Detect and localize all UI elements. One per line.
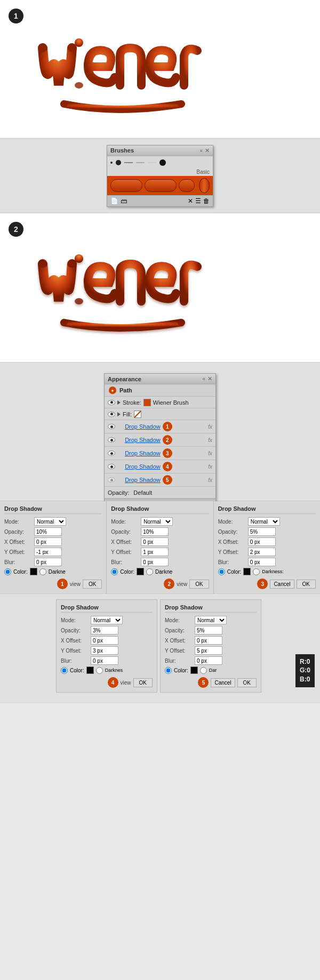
stroke-row: Stroke: Wiener Brush xyxy=(105,397,215,408)
ds1-title: Drop Shadow xyxy=(4,505,102,514)
effect4-visibility-icon[interactable] xyxy=(108,464,115,469)
ds1-opacity-input[interactable] xyxy=(34,527,62,536)
ds1-mode-select[interactable]: Normal xyxy=(34,517,66,526)
brush-trash-icon[interactable]: 🗑 xyxy=(203,197,210,205)
ds3-blur-input[interactable] xyxy=(248,558,276,566)
ds2-blur-input[interactable] xyxy=(141,558,169,566)
brush-new-icon[interactable]: 📄 xyxy=(110,197,118,205)
ds5-color-swatch[interactable] xyxy=(190,666,198,674)
stroke-expand-icon[interactable] xyxy=(117,400,121,405)
effect4-spacer xyxy=(119,463,123,470)
panel-collapse-icon[interactable]: « xyxy=(199,148,203,154)
ds5-color-radio[interactable] xyxy=(165,667,172,674)
ds3-ok-button[interactable]: OK xyxy=(297,580,316,589)
brush-space[interactable] xyxy=(148,162,156,163)
effect3-link[interactable]: Drop Shadow xyxy=(125,450,161,456)
brush-lib-icon[interactable]: 🗃 xyxy=(121,197,127,205)
effect3-visibility-icon[interactable] xyxy=(108,451,115,456)
ds1-color-label: Color: xyxy=(13,569,28,575)
fill-visibility-icon[interactable] xyxy=(108,412,115,417)
effect2-visibility-icon[interactable] xyxy=(108,437,115,443)
effect5-link[interactable]: Drop Shadow xyxy=(125,477,161,483)
path-row: ● Path xyxy=(105,384,215,397)
ds1-blur-input[interactable] xyxy=(34,558,62,566)
ds1-color-radio[interactable] xyxy=(4,568,11,575)
ds5-ok-button[interactable]: OK xyxy=(237,678,257,687)
effect4-link[interactable]: Drop Shadow xyxy=(125,463,161,470)
ds4-ok-button[interactable]: OK xyxy=(133,678,153,687)
brush-delete-icon[interactable]: ✕ xyxy=(188,197,193,205)
ds3-x-input[interactable] xyxy=(248,537,276,546)
brush-tilde[interactable] xyxy=(136,162,145,163)
ds2-y-label: Y Offset: xyxy=(111,549,139,555)
effect2-fx: fx xyxy=(208,437,212,443)
ds4-color-swatch[interactable] xyxy=(86,666,94,674)
ds5-dark-radio[interactable] xyxy=(200,667,207,674)
ds5-y-input[interactable] xyxy=(195,646,222,655)
ds2-mode-select[interactable]: Normal xyxy=(141,517,173,526)
ds3-x-label: X Offset: xyxy=(218,539,246,545)
brush-dot-md[interactable] xyxy=(116,160,121,165)
brushes-footer: 📄 🗃 ✕ ☰ 🗑 xyxy=(107,195,213,206)
ds1-dark-radio[interactable] xyxy=(39,568,46,575)
appearance-close-icon[interactable]: ✕ xyxy=(207,375,212,382)
ds5-blur-input[interactable] xyxy=(195,656,222,665)
ds3-opacity-input[interactable] xyxy=(248,527,276,536)
ds1-x-input[interactable] xyxy=(34,537,62,546)
ds5-opacity-input[interactable] xyxy=(195,626,222,634)
stroke-color-swatch[interactable] xyxy=(143,399,151,406)
ds5-x-input[interactable] xyxy=(195,636,222,645)
ds2-y-input[interactable] xyxy=(141,548,169,556)
panel-close-icon[interactable]: ✕ xyxy=(205,147,210,154)
ds4-x-input[interactable] xyxy=(91,636,118,645)
appearance-collapse-icon[interactable]: « xyxy=(202,376,205,382)
ds1-y-input[interactable] xyxy=(34,548,62,556)
effect1-visibility-icon[interactable] xyxy=(108,424,115,429)
svg-point-8 xyxy=(67,260,77,268)
brush-dot-lg[interactable] xyxy=(159,159,166,166)
ds5-mode-select[interactable]: Normal xyxy=(195,616,227,624)
ds4-y-input[interactable] xyxy=(91,646,118,655)
effect-row-2: Drop Shadow 2 fx xyxy=(105,433,215,447)
effect2-link[interactable]: Drop Shadow xyxy=(125,437,161,443)
brushes-sausage-row[interactable] xyxy=(107,176,213,195)
ds1-ok-button[interactable]: OK xyxy=(83,580,102,589)
ds2-opacity-input[interactable] xyxy=(141,527,169,536)
wiener-canvas-1 xyxy=(0,0,320,138)
fill-expand-icon[interactable] xyxy=(117,412,121,416)
fill-color-swatch[interactable] xyxy=(134,411,141,418)
opacity-row: Opacity: Default xyxy=(105,487,215,499)
ds4-dark-radio[interactable] xyxy=(96,667,103,674)
svg-point-6 xyxy=(75,254,83,263)
ds4-title: Drop Shadow xyxy=(61,604,153,613)
path-icon: ● xyxy=(109,387,116,394)
brush-options-icon[interactable]: ☰ xyxy=(195,197,201,205)
ds3-mode-select[interactable]: Normal xyxy=(248,517,280,526)
ds1-color-swatch[interactable] xyxy=(30,568,37,575)
ds4-opacity-input[interactable] xyxy=(91,626,118,634)
effect1-link[interactable]: Drop Shadow xyxy=(125,423,161,430)
ds1-blur-label: Blur: xyxy=(4,559,32,565)
ds2-x-input[interactable] xyxy=(141,537,169,546)
appearance-panel[interactable]: Appearance « ✕ ● Path Stroke: Wiener Bru… xyxy=(104,373,216,510)
ds3-y-input[interactable] xyxy=(248,548,276,556)
ds3-color-swatch[interactable] xyxy=(243,568,251,575)
ds5-cancel-button[interactable]: Cancel xyxy=(211,678,235,687)
brush-dot-sm[interactable] xyxy=(110,162,113,164)
ds4-mode-select[interactable]: Normal xyxy=(91,616,123,624)
ds3-cancel-button[interactable]: Cancel xyxy=(270,580,294,589)
brush-dash[interactable] xyxy=(124,162,133,163)
wiener-svg-1 xyxy=(32,16,288,123)
ds4-color-radio[interactable] xyxy=(61,667,68,674)
ds2-ok-button[interactable]: OK xyxy=(189,580,209,589)
ds2-color-radio[interactable] xyxy=(111,568,118,575)
stroke-visibility-icon[interactable] xyxy=(108,400,115,405)
effect5-visibility-icon[interactable] xyxy=(108,477,115,483)
ds4-blur-input[interactable] xyxy=(91,656,118,665)
brushes-panel[interactable]: Brushes « ✕ Basic 📄 🗃 ✕ xyxy=(107,145,213,207)
ds3-color-radio[interactable] xyxy=(218,568,225,575)
ds4-badge: 4 xyxy=(108,677,118,688)
ds3-dark-radio[interactable] xyxy=(253,568,260,575)
ds2-color-swatch[interactable] xyxy=(137,568,144,575)
ds2-dark-radio[interactable] xyxy=(146,568,153,575)
